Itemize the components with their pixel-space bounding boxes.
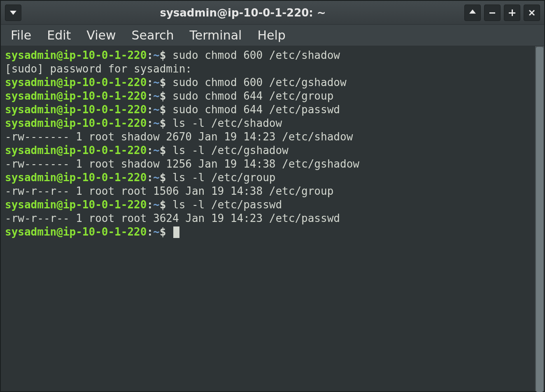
- menubar: File Edit View Search Terminal Help: [1, 25, 544, 46]
- svg-marker-0: [10, 11, 16, 15]
- menu-edit[interactable]: Edit: [47, 28, 71, 42]
- terminal-line: -rw-r--r-- 1 root root 1506 Jan 19 14:38…: [5, 184, 532, 198]
- menu-search[interactable]: Search: [132, 28, 174, 42]
- scrollbar-thumb[interactable]: [536, 47, 543, 392]
- terminal-line: sysadmin@ip-10-0-1-220:~$ sudo chmod 600…: [5, 49, 532, 62]
- svg-marker-1: [469, 9, 476, 14]
- terminal-line: -rw-r--r-- 1 root root 3624 Jan 19 14:23…: [5, 212, 532, 225]
- terminal-line: -rw------- 1 root shadow 1256 Jan 19 14:…: [5, 157, 532, 171]
- terminal-line: sysadmin@ip-10-0-1-220:~$ ls -l /etc/sha…: [5, 117, 532, 130]
- window-title: sysadmin@ip-10-0-1-220: ~: [21, 7, 464, 19]
- terminal-line: sysadmin@ip-10-0-1-220:~$ ls -l /etc/gro…: [5, 171, 532, 184]
- svg-rect-2: [489, 12, 495, 14]
- terminal-output[interactable]: sysadmin@ip-10-0-1-220:~$ sudo chmod 600…: [1, 46, 535, 391]
- menu-terminal[interactable]: Terminal: [190, 28, 242, 42]
- minimize-button[interactable]: [484, 5, 501, 21]
- menu-help[interactable]: Help: [257, 28, 285, 42]
- terminal-line: sysadmin@ip-10-0-1-220:~$ ls -l /etc/pas…: [5, 198, 532, 212]
- titlebar: sysadmin@ip-10-0-1-220: ~: [1, 1, 544, 25]
- scrollbar[interactable]: [535, 46, 544, 391]
- menu-file[interactable]: File: [11, 28, 31, 42]
- terminal-line: sysadmin@ip-10-0-1-220:~$ sudo chmod 644…: [5, 103, 532, 117]
- svg-rect-4: [509, 12, 515, 14]
- terminal-line: [sudo] password for sysadmin:: [5, 62, 532, 76]
- terminal-line: sysadmin@ip-10-0-1-220:~$ ls -l /etc/gsh…: [5, 144, 532, 157]
- terminal-line: sysadmin@ip-10-0-1-220:~$: [5, 225, 532, 239]
- terminal-line: sysadmin@ip-10-0-1-220:~$ sudo chmod 600…: [5, 76, 532, 89]
- cursor-icon: [173, 226, 179, 238]
- maximize-button[interactable]: [504, 5, 520, 21]
- close-button[interactable]: [524, 5, 540, 21]
- terminal-window: sysadmin@ip-10-0-1-220: ~ File Edit View…: [0, 0, 545, 392]
- terminal-body-wrapper: sysadmin@ip-10-0-1-220:~$ sudo chmod 600…: [1, 46, 544, 391]
- terminal-line: sysadmin@ip-10-0-1-220:~$ sudo chmod 644…: [5, 89, 532, 103]
- always-on-top-button[interactable]: [464, 5, 481, 21]
- window-menu-button[interactable]: [5, 5, 21, 21]
- menu-view[interactable]: View: [86, 28, 116, 42]
- terminal-line: -rw------- 1 root shadow 2670 Jan 19 14:…: [5, 130, 532, 144]
